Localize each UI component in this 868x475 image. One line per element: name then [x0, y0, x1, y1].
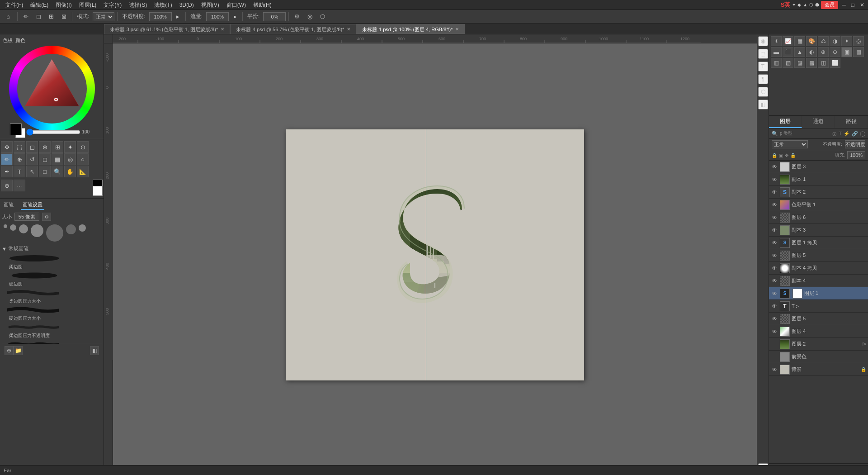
pressure-btn[interactable]: ◎	[304, 11, 315, 22]
right-icon-1[interactable]: ◉	[758, 36, 768, 46]
more-tools[interactable]: ···	[14, 180, 25, 191]
brush-tool-btn[interactable]: ✏	[20, 11, 31, 22]
opacity-input[interactable]	[149, 12, 172, 21]
tab-layers[interactable]: 图层	[769, 116, 802, 128]
maximize-button[interactable]: □	[849, 2, 856, 8]
path-select-tool[interactable]: ↖	[26, 166, 38, 177]
wps-button3[interactable]: ▲	[803, 2, 807, 7]
brush-tab-settings[interactable]: 画笔设置	[21, 200, 44, 210]
bg-color-swatch[interactable]	[93, 186, 103, 196]
layer-eye-3[interactable]: 👁	[771, 163, 778, 171]
move-tool[interactable]: ✥	[1, 141, 13, 153]
layer-eye-2[interactable]: 👁	[771, 341, 778, 348]
adj-2-6[interactable]: ▩	[806, 58, 817, 68]
eyedropper-tool[interactable]: ✦	[64, 141, 76, 153]
brush-category-regular[interactable]: ▼ 常规画笔	[2, 244, 102, 253]
layer-eye-adj[interactable]: 👁	[771, 201, 778, 209]
type-tool[interactable]: T	[14, 166, 25, 177]
adj-exposure[interactable]: ⊙	[830, 47, 840, 57]
blend-mode-select[interactable]: 正常	[93, 12, 114, 21]
healing-tool[interactable]: ⊙	[77, 141, 89, 153]
brush-tool[interactable]: ✏	[1, 153, 13, 165]
layer-row-6[interactable]: 👁 图层 6	[769, 211, 868, 224]
layer-eye-5[interactable]: 👁	[771, 252, 778, 259]
layer-row-copy2[interactable]: 👁 S 副本 2	[769, 186, 868, 199]
adj-bw[interactable]: ◑	[830, 36, 840, 46]
brush-settings-gear[interactable]: ⚙	[42, 213, 51, 221]
adj-levels[interactable]: ▦	[794, 36, 805, 46]
menu-item-edit[interactable]: 编辑(E)	[27, 0, 52, 10]
layer-eye-1[interactable]: 👁	[771, 290, 778, 297]
layer-row-4[interactable]: 👁 图层 4	[769, 325, 868, 338]
lasso-tool[interactable]: ⊗	[39, 141, 51, 153]
brush-size-input[interactable]	[14, 213, 39, 221]
adj-posterize[interactable]: ⬛	[783, 47, 793, 57]
settings-btn[interactable]: ⚙	[292, 11, 302, 22]
layer-row-5b[interactable]: 👁 图层 5	[769, 313, 868, 325]
flow-btn[interactable]: ▸	[231, 11, 240, 22]
right-icon-2[interactable]: ⬚	[758, 49, 768, 59]
menu-item-3d[interactable]: 3D(D)	[176, 0, 198, 10]
adj-vibrance[interactable]: ✦	[841, 36, 852, 46]
wps-button4[interactable]: ⬡	[809, 2, 813, 7]
filter-icon-4[interactable]: 🔗	[852, 131, 858, 137]
menu-item-view[interactable]: 视图(V)	[198, 0, 223, 10]
layer-row-copy3[interactable]: 👁 副本 3	[769, 224, 868, 237]
brush-new-btn[interactable]: ⊕	[5, 346, 14, 355]
layer-row-3[interactable]: 👁 图层 3	[769, 161, 868, 173]
preset-dot-5[interactable]	[46, 224, 63, 242]
adj-gradient-map[interactable]: ▬	[771, 47, 782, 57]
brush-sample-hard-round[interactable]	[2, 271, 61, 280]
right-icon-4[interactable]: ¶	[758, 74, 768, 84]
color-swatch-tab[interactable]: 色板	[3, 37, 13, 44]
adj-colorbalance[interactable]: ⚖	[818, 36, 829, 46]
layer-row-5[interactable]: 👁 图层 5	[769, 249, 868, 262]
zoom-tool[interactable]: 🔍	[52, 166, 63, 177]
layer-row-1copy[interactable]: 👁 S 图层 1 拷贝	[769, 237, 868, 249]
adj-2-5[interactable]: ▨	[794, 58, 805, 68]
adj-2-2[interactable]: ▤	[853, 47, 864, 57]
lock-all[interactable]: 🔒	[790, 153, 796, 158]
color-color-tab[interactable]: 颜色	[15, 37, 25, 44]
layer-row-1[interactable]: 👁 S 图层 1	[769, 287, 868, 300]
wps-member-button[interactable]: 会员	[821, 1, 838, 9]
brush-tab-main[interactable]: 画笔	[2, 200, 15, 210]
adj-curves[interactable]: 📈	[783, 36, 793, 46]
layer-eye-t[interactable]: 👁	[771, 303, 778, 310]
adj-2-1[interactable]: ▣	[841, 47, 852, 57]
layer-row-text[interactable]: 👁 T T >	[769, 300, 868, 313]
flow-input[interactable]	[206, 12, 229, 21]
eraser-tool-btn[interactable]: ◻	[33, 11, 44, 22]
layer-eye-5b[interactable]: 👁	[771, 315, 778, 323]
gradient-tool[interactable]: ▦	[52, 153, 63, 165]
layer-eye-fg[interactable]: 👁	[771, 353, 778, 361]
preset-dot-6[interactable]	[66, 224, 76, 234]
layer-eye-6[interactable]: 👁	[771, 214, 778, 221]
layer-eye-c3[interactable]: 👁	[771, 227, 778, 234]
brush-sample-soft-opacity[interactable]	[2, 323, 61, 331]
tab-paths[interactable]: 路径	[835, 116, 868, 128]
preset-dot-3[interactable]	[19, 224, 28, 233]
filter-icon-1[interactable]: ◎	[832, 131, 837, 137]
artboard-tool[interactable]: ⬚	[14, 141, 25, 153]
brush-sample-hard-pressure[interactable]	[2, 306, 61, 314]
menu-item-filter[interactable]: 滤镜(T)	[151, 0, 175, 10]
home-button[interactable]: ⌂	[2, 11, 14, 22]
layer-eye-c4c[interactable]: 👁	[771, 265, 778, 272]
canvas-document[interactable]	[286, 129, 584, 380]
minimize-button[interactable]: ─	[840, 2, 848, 8]
adj-threshold[interactable]: ▲	[794, 47, 805, 57]
layer-opacity-input[interactable]	[845, 140, 865, 148]
tab-3[interactable]: 未标题-1.psd @ 100% (图层 4, RGB/8#)* ✕	[356, 24, 465, 34]
filter-toggle[interactable]: ◯	[860, 131, 865, 137]
adj-brightness[interactable]: ☀	[771, 36, 782, 46]
preset-dot-2[interactable]	[10, 224, 16, 231]
brush-sample-soft-round[interactable]	[2, 254, 61, 262]
layer-blend-mode[interactable]: 正常	[772, 140, 808, 148]
opacity-slider[interactable]	[26, 130, 80, 134]
adj-channel-mixer[interactable]: ⊕	[818, 47, 829, 57]
canvas-viewport[interactable]	[113, 43, 757, 466]
dodge-tool[interactable]: ○	[77, 153, 89, 165]
blur-tool[interactable]: ◎	[64, 153, 76, 165]
layer-eye-c2[interactable]: 👁	[771, 189, 778, 196]
